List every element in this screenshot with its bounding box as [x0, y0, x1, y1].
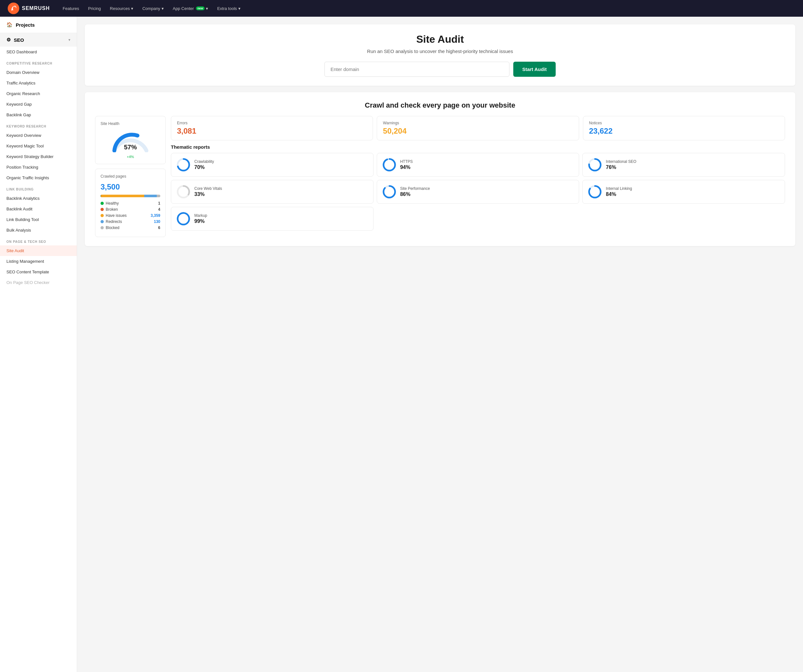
sidebar-item-backlink-analytics[interactable]: Backlink Analytics — [0, 193, 77, 203]
section-competitive-research: COMPETITIVE RESEARCH — [0, 57, 77, 67]
thematic-reports-label: Thematic reports — [171, 144, 785, 150]
label-broken: Broken — [106, 207, 118, 212]
svg-point-0 — [8, 3, 19, 14]
thematic-card-5[interactable]: Internal Linking 84% — [582, 180, 785, 203]
crawled-pages-count: 3,500 — [101, 182, 160, 192]
thematic-card-0[interactable]: Crawlability 70% — [171, 153, 374, 177]
new-badge: new — [196, 7, 205, 10]
count-healthy: 1 — [158, 201, 160, 206]
thematic-card-6[interactable]: Markup 99% — [171, 207, 374, 231]
sidebar-item-backlink-gap[interactable]: Backlink Gap — [0, 109, 77, 120]
sidebar: 🏠 Projects ⚙ SEO ▾ SEO Dashboard COMPETI… — [0, 17, 77, 672]
dot-blocked — [101, 226, 104, 229]
sidebar-item-organic-traffic-insights[interactable]: Organic Traffic Insights — [0, 172, 77, 183]
dot-redirects — [101, 220, 104, 223]
sidebar-item-link-building-tool[interactable]: Link Building Tool — [0, 214, 77, 225]
chevron-down-icon: ▾ — [206, 6, 208, 11]
sidebar-item-position-tracking[interactable]: Position Tracking — [0, 162, 77, 172]
dot-broken — [101, 208, 104, 211]
dot-healthy — [101, 202, 104, 205]
donut-chart — [588, 158, 602, 172]
seo-icon: ⚙ — [7, 37, 11, 43]
donut-chart — [382, 158, 397, 172]
warnings-value: 50,204 — [383, 127, 573, 135]
errors-value: 3,081 — [177, 127, 367, 135]
page-title: Site Audit — [95, 33, 785, 45]
bar-redirects — [144, 195, 157, 197]
legend-broken: Broken 4 — [101, 207, 160, 212]
count-blocked: 6 — [158, 226, 160, 230]
dot-issues — [101, 214, 104, 217]
start-audit-button[interactable]: Start Audit — [513, 62, 556, 77]
sidebar-item-traffic-analytics[interactable]: Traffic Analytics — [0, 78, 77, 88]
legend-healthy: Healthy 1 — [101, 201, 160, 206]
svg-point-14 — [178, 213, 189, 225]
label-issues: Have issues — [106, 213, 127, 218]
nav-resources[interactable]: Resources ▾ — [110, 6, 133, 11]
site-health-card: Site Health 57% +4 — [95, 116, 166, 164]
chevron-down-icon: ▾ — [131, 6, 133, 11]
sidebar-item-listing-management[interactable]: Listing Management — [0, 256, 77, 267]
chevron-down-icon: ▾ — [238, 6, 241, 11]
sidebar-item-seo-dashboard[interactable]: SEO Dashboard — [0, 47, 77, 57]
right-panels: Errors 3,081 Warnings 50,204 Notices 23,… — [171, 116, 785, 237]
thematic-card-3[interactable]: Core Web Vitals 33% — [171, 180, 374, 203]
gauge-container: 57% — [101, 130, 160, 152]
nav-pricing[interactable]: Pricing — [88, 6, 101, 11]
svg-point-10 — [384, 186, 395, 198]
count-issues: 3,359 — [151, 213, 160, 218]
notices-label: Notices — [589, 121, 779, 125]
search-row: Start Audit — [324, 62, 556, 77]
sidebar-item-backlink-audit[interactable]: Backlink Audit — [0, 203, 77, 214]
label-blocked: Blocked — [106, 226, 119, 230]
nav-features[interactable]: Features — [63, 6, 79, 11]
sidebar-item-projects[interactable]: 🏠 Projects — [0, 17, 77, 33]
sidebar-item-domain-overview[interactable]: Domain Overview — [0, 67, 77, 78]
crawled-pages-card: Crawled pages 3,500 — [95, 169, 166, 237]
crawl-grid: Site Health 57% +4 — [95, 116, 785, 237]
notices-card: Notices 23,622 — [583, 116, 785, 140]
legend-have-issues: Have issues 3,359 — [101, 213, 160, 218]
thematic-card-1[interactable]: HTTPS 94% — [377, 153, 579, 177]
thematic-pct-4: 86% — [400, 192, 430, 197]
section-keyword-research: KEYWORD RESEARCH — [0, 120, 77, 130]
sidebar-item-keyword-overview[interactable]: Keyword Overview — [0, 130, 77, 141]
logo-text: SEMRUSH — [22, 5, 50, 11]
thematic-card-4[interactable]: Site Performance 86% — [377, 180, 579, 203]
logo[interactable]: SEMRUSH — [8, 3, 50, 14]
hero-card: Site Audit Run an SEO analysis to uncove… — [85, 24, 795, 86]
sidebar-item-organic-research[interactable]: Organic Research — [0, 88, 77, 99]
sidebar-item-bulk-analysis[interactable]: Bulk Analysis — [0, 225, 77, 236]
legend-blocked: Blocked 6 — [101, 226, 160, 230]
nav-extra-tools[interactable]: Extra tools ▾ — [217, 6, 240, 11]
nav-links: Features Pricing Resources ▾ Company ▾ A… — [63, 6, 241, 11]
sidebar-item-keyword-gap[interactable]: Keyword Gap — [0, 99, 77, 109]
thematic-name-2: International SEO — [606, 159, 636, 164]
chevron-down-icon: ▾ — [162, 6, 164, 11]
main-layout: 🏠 Projects ⚙ SEO ▾ SEO Dashboard COMPETI… — [0, 17, 803, 672]
seo-label: SEO — [14, 37, 24, 43]
nav-app-center[interactable]: App Center new ▾ — [173, 6, 208, 11]
donut-chart — [382, 185, 397, 199]
site-health-label: Site Health — [101, 121, 160, 126]
thematic-name-4: Site Performance — [400, 186, 430, 191]
sidebar-item-site-audit[interactable]: Site Audit — [0, 246, 77, 256]
sidebar-item-on-page-seo-checker[interactable]: On Page SEO Checker — [0, 277, 77, 288]
nav-company[interactable]: Company ▾ — [142, 6, 164, 11]
donut-chart — [176, 212, 190, 226]
thematic-pct-1: 94% — [400, 164, 413, 170]
sidebar-item-keyword-strategy-builder[interactable]: Keyword Strategy Builder — [0, 151, 77, 162]
sidebar-item-seo-content-template[interactable]: SEO Content Template — [0, 267, 77, 277]
thematic-reports-section: Thematic reports Crawlability 70% HTTPS … — [171, 144, 785, 231]
hero-subtitle: Run an SEO analysis to uncover the highe… — [95, 49, 785, 54]
sidebar-item-keyword-magic-tool[interactable]: Keyword Magic Tool — [0, 141, 77, 151]
sidebar-seo-header[interactable]: ⚙ SEO ▾ — [0, 33, 77, 47]
count-broken: 4 — [158, 207, 160, 212]
crawled-pages-label: Crawled pages — [101, 174, 160, 179]
donut-chart — [588, 185, 602, 199]
domain-input[interactable] — [324, 62, 509, 77]
section-on-page-tech-seo: ON PAGE & TECH SEO — [0, 236, 77, 246]
home-icon: 🏠 — [7, 22, 13, 28]
content-area: Site Audit Run an SEO analysis to uncove… — [77, 17, 803, 672]
thematic-card-2[interactable]: International SEO 76% — [582, 153, 785, 177]
